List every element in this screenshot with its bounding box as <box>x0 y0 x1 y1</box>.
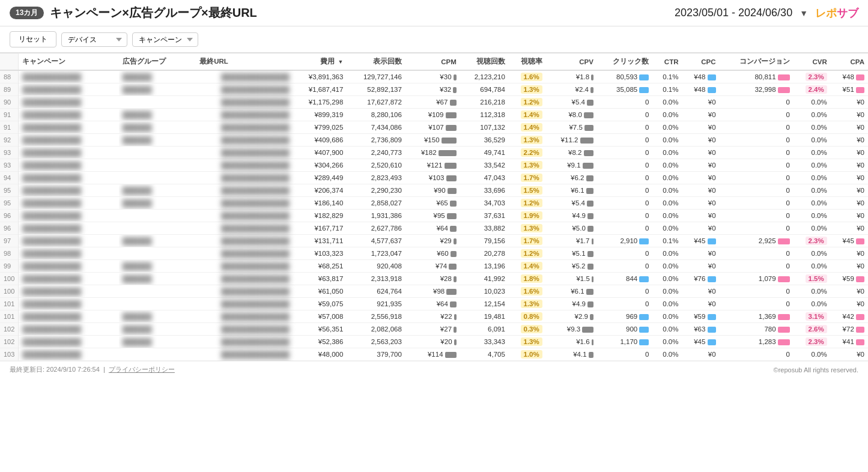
clicks-cell: 0 <box>597 96 652 109</box>
url-value: ██████████████ <box>221 111 290 118</box>
cost-cell: ¥899,319 <box>293 109 347 121</box>
clicks-cell: 0 <box>597 172 652 184</box>
views-cell: 13,196 <box>460 260 509 273</box>
cpv-cell: ¥5.1 <box>546 247 597 260</box>
campaign-name: ████████████ <box>22 338 81 345</box>
row-number: 101 <box>0 298 19 310</box>
adgroup-cell: ██████ <box>119 310 196 323</box>
vtr-badge: 1.3% <box>521 300 542 308</box>
url-cell: ██████████████ <box>196 83 293 96</box>
copyright: ©reposub All rights reserved. <box>774 366 858 374</box>
col-cost[interactable]: 費用 ▼ <box>293 53 347 71</box>
col-vtr[interactable]: 視聴率 <box>509 53 546 71</box>
campaign-name: ████████████ <box>22 199 81 207</box>
cpc-cell: ¥0 <box>682 247 719 260</box>
vtr-cell: 1.4% <box>509 109 546 121</box>
campaign-name: ████████████ <box>22 212 81 219</box>
ctr-cell: 0.0% <box>652 210 682 222</box>
cpm-bar <box>450 201 457 207</box>
cost-cell: ¥61,050 <box>293 285 347 298</box>
conv-bar <box>778 339 790 345</box>
views-cell: 33,542 <box>460 159 509 172</box>
col-clicks[interactable]: クリック数 <box>597 53 652 71</box>
url-cell: ██████████████ <box>196 222 293 235</box>
cpm-cell: ¥67 <box>405 96 460 109</box>
campaign-cell: ████████████ <box>19 197 119 210</box>
vtr-badge: 1.4% <box>521 110 542 119</box>
campaign-cell: ████████████ <box>19 109 119 121</box>
ctr-cell: 0.0% <box>652 109 682 121</box>
cpa-cell: ¥51 <box>831 83 868 96</box>
cpc-bar <box>708 74 716 80</box>
views-cell: 33,696 <box>460 184 509 197</box>
page-title: キャンペーン×広告グループ×最終URL <box>50 5 256 21</box>
col-adgroup[interactable]: 広告グループ <box>119 53 196 71</box>
vtr-badge: 1.5% <box>521 186 542 195</box>
col-conv[interactable]: コンバージョン <box>720 53 794 71</box>
col-cpm[interactable]: CPM <box>405 53 460 71</box>
cpv-bar <box>584 112 593 118</box>
cpc-cell: ¥0 <box>682 121 719 134</box>
col-cpc[interactable]: CPC <box>682 53 719 71</box>
privacy-policy-link[interactable]: プライバシーポリシー <box>109 366 175 373</box>
ctr-cell: 0.1% <box>652 235 682 247</box>
col-url[interactable]: 最終URL <box>196 53 293 71</box>
cpa-cell: ¥42 <box>831 310 868 323</box>
col-ctr[interactable]: CTR <box>652 53 682 71</box>
campaign-select[interactable]: キャンペーン <box>132 32 198 47</box>
cpm-cell: ¥98 <box>405 285 460 298</box>
url-value: ██████████████ <box>221 98 290 106</box>
conv-cell: 80,811 <box>720 70 794 83</box>
url-value: ██████████████ <box>221 300 290 307</box>
conv-cell: 2,925 <box>720 235 794 247</box>
clicks-cell: 0 <box>597 109 652 121</box>
vtr-badge: 1.6% <box>521 287 542 295</box>
ctr-cell: 0.0% <box>652 273 682 285</box>
views-cell: 6,091 <box>460 323 509 336</box>
adgroup-name: ██████ <box>123 275 152 282</box>
impressions-cell: 2,290,230 <box>347 184 405 197</box>
cpm-bar <box>454 314 457 320</box>
header-left: 13カ月 キャンペーン×広告グループ×最終URL <box>10 5 257 21</box>
dropdown-arrow-icon[interactable]: ▼ <box>800 8 808 18</box>
col-cpv[interactable]: CPV <box>546 53 597 71</box>
clicks-cell: 0 <box>597 298 652 310</box>
clicks-cell: 0 <box>597 121 652 134</box>
cpm-cell: ¥182 <box>405 147 460 159</box>
views-cell: 34,703 <box>460 197 509 210</box>
campaign-cell: ████████████ <box>19 70 119 83</box>
cpv-cell: ¥4.9 <box>546 210 597 222</box>
cpv-cell: ¥5.0 <box>546 222 597 235</box>
col-impressions[interactable]: 表示回数 <box>347 53 405 71</box>
cpc-bar <box>708 339 716 345</box>
reset-button[interactable]: リセット <box>10 31 56 47</box>
vtr-badge: 1.4% <box>521 262 542 270</box>
url-cell: ██████████████ <box>196 134 293 147</box>
col-campaign[interactable]: キャンペーン <box>19 53 119 71</box>
cost-cell: ¥57,008 <box>293 310 347 323</box>
col-cvr[interactable]: CVR <box>794 53 831 71</box>
views-cell: 47,043 <box>460 172 509 184</box>
clicks-cell: 0 <box>597 147 652 159</box>
cpm-cell: ¥64 <box>405 222 460 235</box>
col-views[interactable]: 視聴回数 <box>460 53 509 71</box>
conv-cell: 0 <box>720 134 794 147</box>
url-value: ██████████████ <box>221 149 290 156</box>
clicks-bar <box>639 327 649 333</box>
row-number: 100 <box>0 285 19 298</box>
ctr-cell: 0.0% <box>652 336 682 348</box>
cpa-cell: ¥72 <box>831 323 868 336</box>
campaign-name: ████████████ <box>22 275 81 282</box>
col-cpa[interactable]: CPA <box>831 53 868 71</box>
conv-cell: 0 <box>720 247 794 260</box>
campaign-name: ████████████ <box>22 149 81 156</box>
vtr-cell: 1.8% <box>509 273 546 285</box>
impressions-cell: 2,520,610 <box>347 159 405 172</box>
cvr-cell: 2.3% <box>794 70 831 83</box>
cpv-bar <box>587 264 593 270</box>
vtr-cell: 1.4% <box>509 121 546 134</box>
clicks-bar <box>639 339 649 345</box>
device-select[interactable]: デバイス <box>61 32 127 47</box>
footer-left: 最終更新日: 2024/9/10 7:26:54 | プライバシーポリシー <box>10 365 175 374</box>
cpc-cell: ¥0 <box>682 210 719 222</box>
